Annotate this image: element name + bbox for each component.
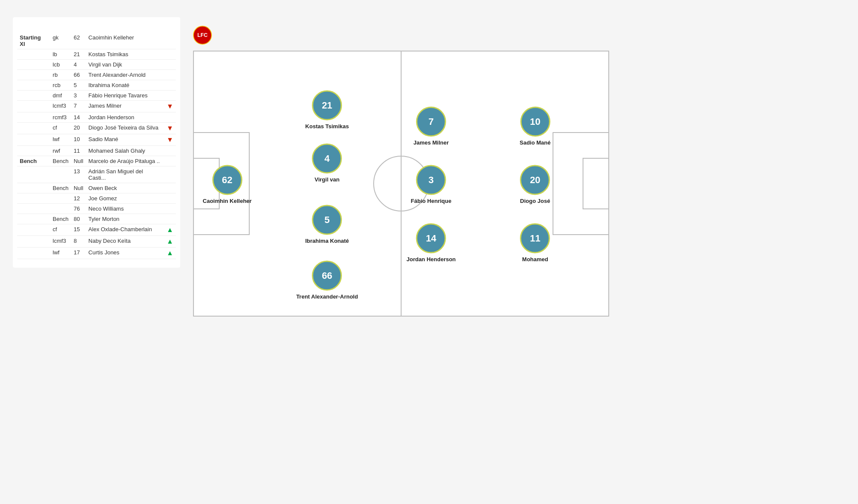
- player-token-rwf: 11 Mohamed: [520, 223, 550, 263]
- name-cell: Kostas Tsimikas: [86, 49, 164, 60]
- player-circle: 11: [520, 223, 550, 254]
- name-cell: Curtis Jones: [86, 247, 164, 259]
- table-row: 12 Joe Gomez: [17, 193, 176, 204]
- position-cell: lcb: [50, 60, 71, 70]
- position-cell: gk: [50, 33, 71, 49]
- number-cell: 8: [71, 236, 86, 247]
- player-name: Jordan Henderson: [406, 256, 456, 263]
- pitch-header: LFC: [193, 26, 832, 45]
- section-cell: [17, 193, 50, 204]
- number-cell: 13: [71, 166, 86, 183]
- player-name: Kostas Tsimikas: [305, 123, 349, 130]
- svg-text:LFC: LFC: [197, 32, 208, 38]
- name-cell: Owen Beck: [86, 183, 164, 193]
- number-cell: 7: [71, 101, 86, 112]
- player-name: Trent Alexander-Arnold: [296, 293, 358, 300]
- arrow-cell: ▲: [164, 247, 176, 259]
- section-cell: [17, 146, 50, 156]
- name-cell: Adrián San Miguel del Casti...: [86, 166, 164, 183]
- table-row: rwf 11 Mohamed Salah Ghaly: [17, 146, 176, 156]
- number-cell: 76: [71, 204, 86, 214]
- name-cell: Fábio Henrique Tavares: [86, 91, 164, 101]
- arrow-cell: [164, 33, 176, 49]
- number-cell: 5: [71, 80, 86, 91]
- position-cell: [50, 204, 71, 214]
- player-circle: 3: [416, 165, 446, 195]
- section-cell: Bench: [17, 156, 50, 166]
- table-row: lcmf3 8 Naby Deco Keïta ▲: [17, 236, 176, 247]
- club-logo: LFC: [193, 26, 212, 45]
- arrow-cell: ▼: [164, 101, 176, 112]
- table-row: dmf 3 Fábio Henrique Tavares: [17, 91, 176, 101]
- number-cell: 21: [71, 49, 86, 60]
- number-cell: Null: [71, 183, 86, 193]
- arrow-cell: [164, 204, 176, 214]
- arrow-cell: [164, 193, 176, 204]
- table-row: lb 21 Kostas Tsimikas: [17, 49, 176, 60]
- lineup-panel: Starting XI gk 62 Caoimhin Kelleher lb 2…: [13, 17, 180, 268]
- position-cell: lb: [50, 49, 71, 60]
- player-token-dmf: 3 Fábio Henrique: [411, 165, 452, 204]
- number-cell: 17: [71, 247, 86, 259]
- player-token-lcb: 4 Virgil van: [312, 144, 342, 183]
- arrow-cell: [164, 146, 176, 156]
- pitch-panel: LFC 62 Caoimhin Kelleher 21 Kostas Tsimi…: [180, 17, 845, 325]
- name-cell: Alex Oxlade-Chamberlain: [86, 224, 164, 236]
- arrow-cell: ▼: [164, 134, 176, 146]
- player-name: Ibrahima Konaté: [305, 238, 349, 244]
- table-row: rcmf3 14 Jordan Henderson: [17, 112, 176, 123]
- table-row: Bench Null Owen Beck: [17, 183, 176, 193]
- table-row: lwf 17 Curtis Jones ▲: [17, 247, 176, 259]
- player-name: Mohamed: [522, 256, 548, 263]
- number-cell: 3: [71, 91, 86, 101]
- name-cell: Naby Deco Keïta: [86, 236, 164, 247]
- number-cell: 62: [71, 33, 86, 49]
- arrow-cell: [164, 214, 176, 224]
- arrow-up-icon: ▲: [166, 238, 173, 245]
- arrow-cell: [164, 183, 176, 193]
- arrow-cell: [164, 166, 176, 183]
- table-row: cf 20 Diogo José Teixeira da Silva ▼: [17, 123, 176, 134]
- player-circle: 62: [212, 165, 242, 195]
- position-cell: cf: [50, 224, 71, 236]
- position-cell: rcb: [50, 80, 71, 91]
- position-cell: lcmf3: [50, 236, 71, 247]
- position-cell: Bench: [50, 214, 71, 224]
- player-circle: 21: [312, 91, 342, 121]
- number-cell: 15: [71, 224, 86, 236]
- player-name: Fábio Henrique: [411, 198, 452, 204]
- position-cell: cf: [50, 123, 71, 134]
- name-cell: Jordan Henderson: [86, 112, 164, 123]
- position-cell: lwf: [50, 247, 71, 259]
- name-cell: Trent Alexander-Arnold: [86, 70, 164, 80]
- section-cell: [17, 91, 50, 101]
- table-row: lwf 10 Sadio Mané ▼: [17, 134, 176, 146]
- section-cell: Starting XI: [17, 33, 50, 49]
- arrow-up-icon: ▲: [166, 226, 173, 233]
- arrow-cell: [164, 91, 176, 101]
- name-cell: Tyler Morton: [86, 214, 164, 224]
- table-row: rcb 5 Ibrahima Konaté: [17, 80, 176, 91]
- position-cell: [50, 193, 71, 204]
- table-row: Bench 80 Tyler Morton: [17, 214, 176, 224]
- player-name: Diogo José: [520, 198, 550, 204]
- player-token-rcb: 5 Ibrahima Konaté: [305, 205, 349, 244]
- player-circle: 5: [312, 205, 342, 235]
- arrow-cell: [164, 70, 176, 80]
- number-cell: 66: [71, 70, 86, 80]
- player-token-lb: 21 Kostas Tsimikas: [305, 91, 349, 130]
- name-cell: James Milner: [86, 101, 164, 112]
- section-cell: [17, 236, 50, 247]
- name-cell: Ibrahima Konaté: [86, 80, 164, 91]
- football-pitch: 62 Caoimhin Kelleher 21 Kostas Tsimikas …: [193, 51, 609, 317]
- table-row: 76 Neco Williams: [17, 204, 176, 214]
- section-cell: [17, 70, 50, 80]
- player-circle: 14: [416, 223, 446, 254]
- player-circle: 20: [520, 165, 550, 195]
- number-cell: Null: [71, 156, 86, 166]
- name-cell: Sadio Mané: [86, 134, 164, 146]
- section-cell: [17, 49, 50, 60]
- position-cell: dmf: [50, 91, 71, 101]
- table-row: lcb 4 Virgil van Dijk: [17, 60, 176, 70]
- section-cell: [17, 112, 50, 123]
